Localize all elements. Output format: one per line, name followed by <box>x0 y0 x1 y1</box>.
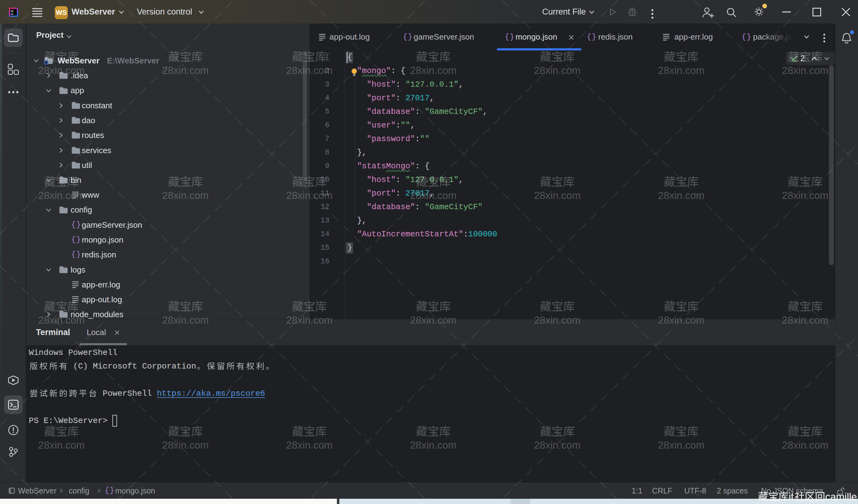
svg-text:IJ: IJ <box>11 9 13 13</box>
